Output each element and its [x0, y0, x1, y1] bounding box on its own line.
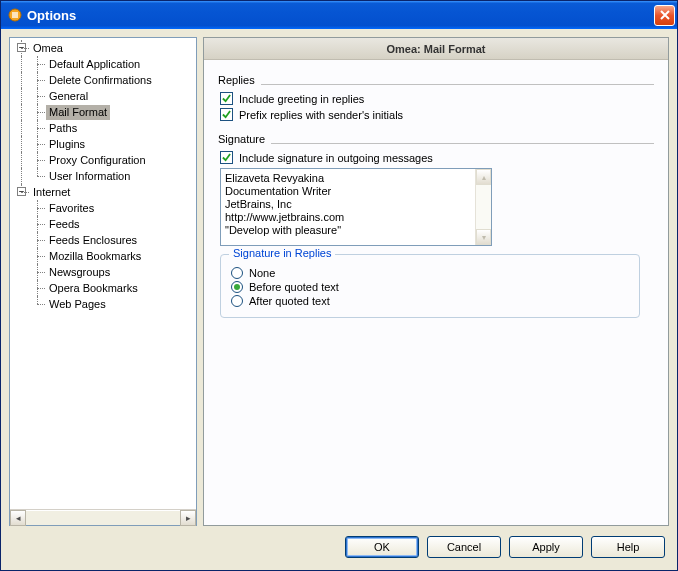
signature-textarea[interactable]: Elizaveta Revyakina Documentation Writer…	[220, 168, 492, 246]
close-button[interactable]	[654, 5, 675, 26]
radio-before[interactable]	[231, 281, 243, 293]
scroll-right-icon[interactable]: ▸	[180, 510, 196, 526]
tree-node-internet[interactable]: Internet	[30, 185, 73, 200]
expander-omea[interactable]: −	[17, 43, 26, 52]
client-area: − Omea Default ApplicationDelete Confirm…	[1, 29, 677, 570]
tree-node-omea[interactable]: Omea	[30, 41, 66, 56]
app-icon	[7, 7, 23, 23]
dialog-button-row: OK Cancel Apply Help	[3, 528, 675, 568]
signature-text-content[interactable]: Elizaveta Revyakina Documentation Writer…	[221, 169, 475, 245]
replies-section-label: Replies	[218, 74, 255, 86]
ok-button[interactable]: OK	[345, 536, 419, 558]
scroll-up-icon[interactable]: ▴	[476, 169, 491, 185]
tree-item[interactable]: Proxy Configuration	[46, 153, 149, 168]
window-title: Options	[27, 8, 654, 23]
scroll-down-icon[interactable]: ▾	[476, 229, 491, 245]
radio-before-label: Before quoted text	[249, 281, 339, 293]
divider	[261, 84, 654, 85]
tree-item[interactable]: Favorites	[46, 201, 97, 216]
tree-item[interactable]: Web Pages	[46, 297, 109, 312]
settings-panel: Omea: Mail Format Replies Include greeti…	[203, 37, 669, 526]
scroll-track[interactable]	[26, 510, 180, 525]
scroll-left-icon[interactable]: ◂	[10, 510, 26, 526]
options-window: Options − Omea Default ApplicationDelete…	[0, 0, 678, 571]
cancel-button[interactable]: Cancel	[427, 536, 501, 558]
tree-horizontal-scrollbar[interactable]: ◂ ▸	[10, 509, 196, 525]
textarea-vertical-scrollbar[interactable]: ▴ ▾	[475, 169, 491, 245]
tree-item[interactable]: Feeds Enclosures	[46, 233, 140, 248]
signature-section-label: Signature	[218, 133, 265, 145]
signature-in-replies-group: Signature in Replies None Before quoted …	[220, 254, 640, 318]
expander-internet[interactable]: −	[17, 187, 26, 196]
help-button[interactable]: Help	[591, 536, 665, 558]
signature-in-replies-legend: Signature in Replies	[229, 247, 335, 259]
tree-item[interactable]: Default Application	[46, 57, 143, 72]
prefix-initials-label: Prefix replies with sender's initials	[239, 109, 403, 121]
include-signature-checkbox[interactable]	[220, 151, 233, 164]
include-greeting-label: Include greeting in replies	[239, 93, 364, 105]
tree-item[interactable]: Mozilla Bookmarks	[46, 249, 144, 264]
radio-none-label: None	[249, 267, 275, 279]
titlebar[interactable]: Options	[1, 1, 677, 29]
tree-item[interactable]: Delete Confirmations	[46, 73, 155, 88]
tree-item[interactable]: Paths	[46, 121, 80, 136]
tree-item[interactable]: Newsgroups	[46, 265, 113, 280]
category-tree[interactable]: − Omea Default ApplicationDelete Confirm…	[10, 38, 196, 509]
radio-after[interactable]	[231, 295, 243, 307]
include-signature-label: Include signature in outgoing messages	[239, 152, 433, 164]
tree-item[interactable]: User Information	[46, 169, 133, 184]
panel-title: Omea: Mail Format	[204, 38, 668, 60]
divider	[271, 143, 654, 144]
apply-button[interactable]: Apply	[509, 536, 583, 558]
tree-item[interactable]: Opera Bookmarks	[46, 281, 141, 296]
include-greeting-checkbox[interactable]	[220, 92, 233, 105]
prefix-initials-checkbox[interactable]	[220, 108, 233, 121]
svg-rect-1	[12, 12, 18, 18]
category-tree-panel: − Omea Default ApplicationDelete Confirm…	[9, 37, 197, 526]
radio-after-label: After quoted text	[249, 295, 330, 307]
tree-item[interactable]: Mail Format	[46, 105, 110, 120]
tree-item[interactable]: Feeds	[46, 217, 83, 232]
radio-none[interactable]	[231, 267, 243, 279]
tree-item[interactable]: General	[46, 89, 91, 104]
tree-item[interactable]: Plugins	[46, 137, 88, 152]
